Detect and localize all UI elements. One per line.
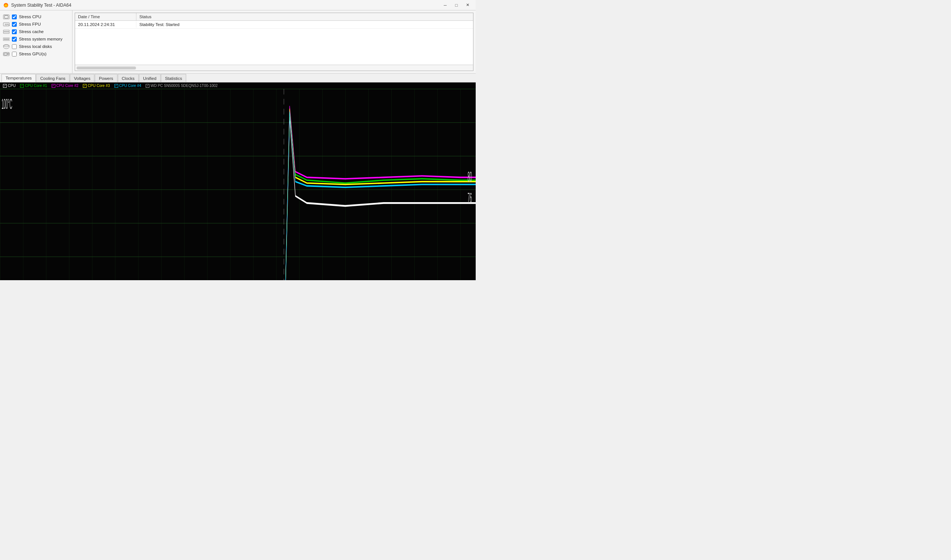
tab-cooling-fans[interactable]: Cooling Fans <box>36 74 69 82</box>
stress-gpu-checkbox[interactable] <box>12 52 17 57</box>
stress-cpu-label: Stress CPU <box>19 14 41 19</box>
charts-area: ✓ CPU ✓ CPU Core #1 ✓ CPU Core #2 ✓ <box>0 83 476 280</box>
svg-rect-16 <box>7 38 8 40</box>
svg-rect-21 <box>4 53 7 55</box>
legend-core3-label: CPU Core #3 <box>88 84 110 88</box>
title-bar-controls: ─ □ ✕ <box>440 2 473 9</box>
nav-tabs: Temperatures Cooling Fans Voltages Power… <box>0 74 476 83</box>
legend-core3-checkbox[interactable]: ✓ <box>83 84 86 88</box>
cpu-icon <box>3 14 10 19</box>
legend-wd[interactable]: ✓ WD PC SN5000S SDEQNSJ-1T00-1002 <box>146 84 218 88</box>
stress-memory-option[interactable]: Stress system memory <box>2 36 71 42</box>
temp-chart-area: ✓ CPU ✓ CPU Core #1 ✓ CPU Core #2 ✓ <box>0 83 476 280</box>
svg-rect-10 <box>3 30 9 32</box>
legend-wd-checkbox[interactable]: ✓ <box>146 84 149 88</box>
title-bar-left: System Stability Test - AIDA64 <box>3 2 71 8</box>
title-bar: System Stability Test - AIDA64 ─ □ ✕ <box>0 0 476 11</box>
legend-core1-label: CPU Core #1 <box>25 84 47 88</box>
legend-core4[interactable]: ✓ CPU Core #4 <box>114 84 141 88</box>
log-date-header: Date / Time <box>75 13 136 20</box>
stress-cpu-option[interactable]: Stress CPU <box>2 13 71 20</box>
svg-rect-14 <box>5 38 6 40</box>
app-icon <box>3 2 9 8</box>
legend-core1-checkbox[interactable]: ✓ <box>20 84 24 88</box>
log-status-header: Status <box>136 13 473 20</box>
gpu-icon <box>3 51 10 57</box>
legend-core3[interactable]: ✓ CPU Core #3 <box>83 84 110 88</box>
legend-core2-label: CPU Core #2 <box>57 84 78 88</box>
tab-clocks[interactable]: Clocks <box>118 74 139 82</box>
log-scrollbar[interactable] <box>77 66 136 69</box>
stress-gpu-option[interactable]: Stress GPU(s) <box>2 51 71 57</box>
stress-cache-checkbox[interactable] <box>12 29 17 34</box>
log-datetime: 20.11.2024 2:24:31 <box>75 22 136 28</box>
top-section: Stress CPU FPU Stress FPU Stress cache <box>0 11 476 74</box>
svg-rect-17 <box>8 38 9 40</box>
tab-statistics[interactable]: Statistics <box>161 74 186 82</box>
maximize-button[interactable]: □ <box>451 2 462 9</box>
svg-text:FPU: FPU <box>5 23 10 26</box>
legend-cpu-label: CPU <box>8 84 15 88</box>
stress-memory-label: Stress system memory <box>19 37 62 41</box>
svg-text:76: 76 <box>468 190 472 206</box>
legend-cpu[interactable]: ✓ CPU <box>3 84 15 88</box>
legend-core1[interactable]: ✓ CPU Core #1 <box>20 84 47 88</box>
window-close-button[interactable]: ✕ <box>462 2 473 9</box>
svg-text:100°C: 100°C <box>2 96 12 112</box>
stress-disks-checkbox[interactable] <box>12 44 17 49</box>
legend-core4-label: CPU Core #4 <box>119 84 141 88</box>
memory-icon <box>3 37 10 42</box>
svg-rect-3 <box>5 15 8 18</box>
legend-core4-checkbox[interactable]: ✓ <box>114 84 118 88</box>
legend-core2[interactable]: ✓ CPU Core #2 <box>52 84 78 88</box>
log-header: Date / Time Status <box>75 13 473 21</box>
stress-fpu-option[interactable]: FPU Stress FPU <box>2 21 71 28</box>
svg-rect-15 <box>6 38 7 40</box>
stress-options-panel: Stress CPU FPU Stress FPU Stress cache <box>0 11 72 73</box>
app-title: System Stability Test - AIDA64 <box>11 3 71 8</box>
disk-icon <box>3 44 10 49</box>
log-panel: Date / Time Status 20.11.2024 2:24:31 St… <box>75 12 474 71</box>
cache-icon <box>3 29 10 34</box>
stress-fpu-checkbox[interactable] <box>12 22 17 27</box>
svg-text:80: 80 <box>468 169 472 185</box>
tab-voltages[interactable]: Voltages <box>70 74 94 82</box>
stress-fpu-label: Stress FPU <box>19 22 41 26</box>
log-scrollbar-area <box>75 65 473 71</box>
tab-unified[interactable]: Unified <box>139 74 160 82</box>
stress-cpu-checkbox[interactable] <box>12 14 17 19</box>
tab-powers[interactable]: Powers <box>95 74 117 82</box>
minimize-button[interactable]: ─ <box>440 2 451 9</box>
stress-cache-option[interactable]: Stress cache <box>2 28 71 35</box>
svg-point-22 <box>8 53 9 55</box>
stress-disks-label: Stress local disks <box>19 44 52 49</box>
temp-chart-svg: 80 76 49 100°C 0°C 2:24:31 <box>0 89 476 280</box>
legend-cpu-checkbox[interactable]: ✓ <box>3 84 7 88</box>
stress-cache-label: Stress cache <box>19 29 43 34</box>
temp-chart-wrapper: 80 76 49 100°C 0°C 2:24:31 <box>0 89 476 280</box>
stress-disks-option[interactable]: Stress local disks <box>2 43 71 50</box>
log-row: 20.11.2024 2:24:31 Stability Test: Start… <box>75 21 473 29</box>
log-status: Stability Test: Started <box>136 22 473 28</box>
temp-chart-legend: ✓ CPU ✓ CPU Core #1 ✓ CPU Core #2 ✓ <box>0 83 476 89</box>
svg-rect-13 <box>4 38 5 40</box>
legend-core2-checkbox[interactable]: ✓ <box>52 84 55 88</box>
stress-gpu-label: Stress GPU(s) <box>19 52 46 56</box>
stress-memory-checkbox[interactable] <box>12 37 17 42</box>
log-body: 20.11.2024 2:24:31 Stability Test: Start… <box>75 21 473 65</box>
legend-wd-label: WD PC SN5000S SDEQNSJ-1T00-1002 <box>151 84 218 88</box>
svg-rect-11 <box>3 32 9 34</box>
tab-temperatures[interactable]: Temperatures <box>2 74 36 82</box>
fpu-icon: FPU <box>3 22 10 27</box>
